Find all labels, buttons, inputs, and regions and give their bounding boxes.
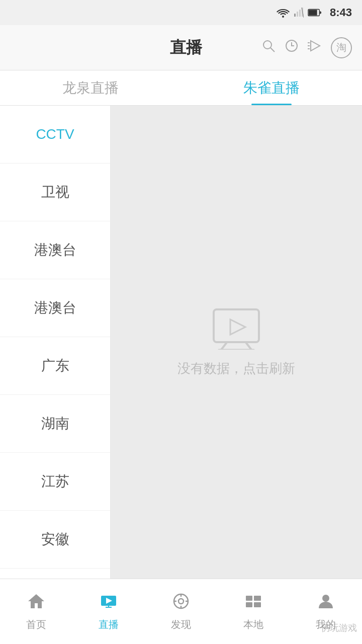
svg-rect-32 [254,596,261,601]
playlist-icon[interactable] [308,39,322,56]
sidebar-item-hunan[interactable]: 湖南 [0,395,110,453]
nav-label-live: 直播 [99,618,119,631]
sidebar-item-cctv[interactable]: CCTV [0,106,110,164]
sidebar-item-gangaotai2[interactable]: 港澳台 [0,279,110,337]
svg-rect-15 [214,309,259,342]
history-icon[interactable] [285,39,299,56]
nav-item-local[interactable]: 本地 [217,579,290,644]
nav-item-home[interactable]: 首页 [0,579,72,644]
app-bar-icons: 淘 [261,37,352,58]
status-icons: 8:43 [277,6,352,19]
svg-line-17 [221,343,226,350]
tab-bar: 龙泉直播 朱雀直播 [0,70,362,106]
battery-icon [308,9,322,17]
nav-label-home: 首页 [26,618,46,631]
app-bar-title: 直播 [111,37,261,59]
nav-label-discover: 发现 [171,618,191,631]
nav-item-live[interactable]: 直播 [72,579,145,644]
svg-point-25 [178,599,184,604]
svg-rect-33 [254,602,261,607]
svg-line-9 [270,48,275,52]
status-time: 8:43 [330,6,352,19]
svg-rect-7 [309,10,317,15]
svg-rect-30 [246,596,252,601]
nav-item-discover[interactable]: 发现 [145,579,217,644]
bottom-nav: 首页 直播 发现 [0,579,362,644]
tab-longquan[interactable]: 龙泉直播 [0,70,181,105]
svg-point-0 [282,16,284,18]
taobao-icon[interactable]: 淘 [331,37,352,58]
tab-zhunque[interactable]: 朱雀直播 [181,70,362,105]
svg-rect-1 [294,14,296,17]
svg-point-8 [263,41,272,49]
right-content[interactable]: 没有数据，点击刷新 [111,106,362,579]
search-icon[interactable] [261,39,276,56]
main-content: CCTV 卫视 港澳台 港澳台 广东 湖南 江苏 安徽 [0,106,362,579]
svg-rect-31 [246,602,252,607]
app-bar: 直播 淘 [0,25,362,70]
no-data-text: 没有数据，点击刷新 [177,360,295,377]
no-data-icon [211,307,261,350]
mine-icon [317,592,335,615]
sidebar-item-anhui[interactable]: 安徽 [0,511,110,569]
discover-icon [172,592,190,615]
sidebar-item-jiangsu[interactable]: 江苏 [0,453,110,511]
wifi-icon [277,8,290,18]
sidebar-item-gangaotai1[interactable]: 港澳台 [0,221,110,279]
svg-point-34 [322,595,329,602]
svg-rect-3 [299,10,301,17]
nav-item-mine[interactable]: 我的 [290,579,362,644]
home-icon [27,592,45,615]
nav-label-local: 本地 [243,618,263,631]
left-sidebar: CCTV 卫视 港澳台 港澳台 广东 湖南 江苏 安徽 [0,106,111,579]
watermark: 仍玩游戏 [321,622,357,634]
svg-rect-2 [297,12,298,17]
sidebar-item-weishi[interactable]: 卫视 [0,164,110,221]
local-icon [244,592,262,615]
svg-marker-11 [311,41,320,51]
status-bar: 8:43 [0,0,362,25]
sidebar-item-guangdong[interactable]: 广东 [0,337,110,395]
svg-line-18 [246,343,251,350]
live-icon [100,592,118,615]
signal-icon [294,8,304,18]
svg-marker-16 [230,319,245,335]
